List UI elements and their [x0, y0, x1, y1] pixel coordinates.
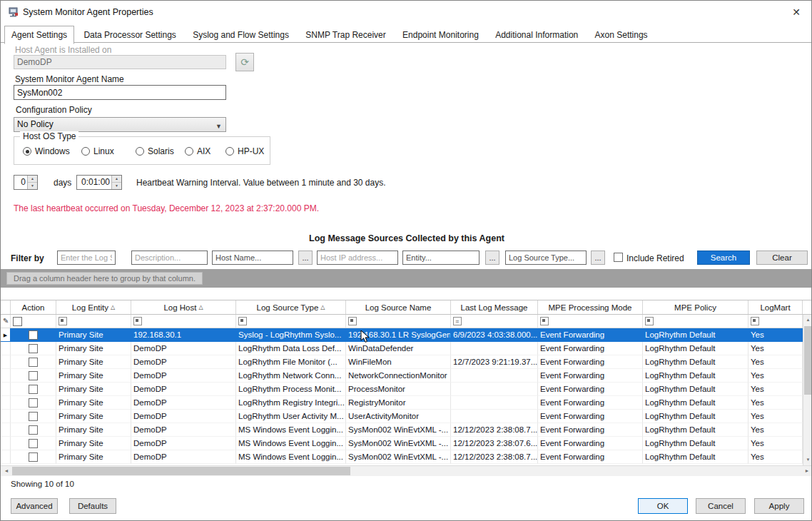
row-checkbox[interactable]: [29, 398, 38, 408]
radio-aix[interactable]: AIX: [185, 146, 210, 156]
filter-cell[interactable]: [346, 315, 451, 328]
group-by-bar[interactable]: Drag a column header here to group by th…: [1, 269, 812, 288]
row-checkbox[interactable]: [29, 425, 38, 435]
spin-up-icon[interactable]: ▲: [112, 176, 121, 183]
row-checkbox[interactable]: [29, 439, 38, 448]
days-spinner[interactable]: 0 ▲▼: [14, 175, 38, 190]
row-checkbox[interactable]: [29, 344, 38, 353]
filter-cell[interactable]: [643, 315, 748, 328]
filter-cell[interactable]: [236, 315, 346, 328]
tab-axon-settings[interactable]: Axon Settings: [588, 27, 655, 42]
table-row[interactable]: Primary SiteDemoDPMS Windows Event Loggi…: [1, 450, 803, 464]
description-filter-input[interactable]: [131, 251, 208, 265]
entity-filter-input[interactable]: [402, 251, 479, 265]
row-indicator-header: [1, 300, 11, 314]
apply-button[interactable]: Apply: [754, 498, 804, 514]
radio-hpux[interactable]: HP-UX: [225, 146, 264, 156]
tab-data-processor-settings[interactable]: Data Processor Settings: [76, 27, 183, 42]
filter-cell[interactable]: [748, 315, 803, 328]
column-header-last-log-message[interactable]: Last Log Message: [451, 300, 538, 314]
host-name-filter-input[interactable]: [212, 251, 293, 265]
table-row[interactable]: Primary SiteDemoDPLogRhythm Process Moni…: [1, 383, 803, 396]
filter-cell[interactable]: [131, 315, 236, 328]
filter-icon[interactable]: [238, 317, 247, 325]
row-checkbox[interactable]: [29, 452, 38, 462]
column-header-action[interactable]: Action: [11, 300, 56, 314]
column-header-label: Log Host: [163, 303, 196, 312]
filter-icon[interactable]: [348, 317, 357, 325]
interval-spinner[interactable]: 0:01:00 ▲▼: [76, 175, 122, 190]
tab-additional-information[interactable]: Additional Information: [488, 27, 585, 42]
scroll-up-icon[interactable]: ▲: [803, 315, 812, 325]
scroll-right-icon[interactable]: ►: [801, 466, 812, 476]
table-row[interactable]: Primary SiteDemoDPMS Windows Event Loggi…: [1, 437, 803, 450]
filter-icon[interactable]: [751, 317, 759, 325]
tab-snmp-trap-receiver[interactable]: SNMP Trap Receiver: [298, 27, 392, 42]
row-checkbox[interactable]: [29, 385, 38, 394]
defaults-button[interactable]: Defaults: [69, 498, 116, 514]
table-row[interactable]: Primary SiteDemoDPMS Windows Event Loggi…: [1, 423, 803, 437]
entity-browse-button[interactable]: ...: [485, 251, 499, 265]
vertical-scroll-thumb[interactable]: [804, 326, 812, 395]
scroll-down-icon[interactable]: ▼: [803, 455, 812, 465]
log-source-type-browse-button[interactable]: ...: [591, 251, 605, 265]
table-row[interactable]: Primary SiteDemoDPLogRhythm User Activit…: [1, 410, 803, 423]
filter-icon[interactable]: [540, 317, 549, 325]
clear-button[interactable]: Clear: [756, 251, 808, 265]
column-header-label: Log Source Name: [365, 303, 432, 312]
host-agent-action-button[interactable]: ⟳: [235, 53, 254, 71]
column-header-log-source-name[interactable]: Log Source Name: [346, 300, 451, 314]
column-header-log-entity[interactable]: Log Entity△: [56, 300, 131, 314]
radio-windows[interactable]: Windows: [23, 146, 70, 156]
table-row[interactable]: Primary SiteDemoDPLogRhythm Data Loss De…: [1, 342, 803, 355]
radio-linux[interactable]: Linux: [81, 146, 114, 156]
spinner-arrows[interactable]: ▲▼: [111, 176, 121, 189]
include-retired-checkbox[interactable]: [614, 253, 623, 262]
row-checkbox[interactable]: [29, 330, 38, 340]
horizontal-scrollbar[interactable]: ◄ ►: [1, 465, 812, 476]
row-checkbox[interactable]: [29, 371, 38, 380]
search-button[interactable]: Search: [697, 251, 750, 265]
filter-cell[interactable]: [11, 315, 56, 328]
vertical-scrollbar[interactable]: ▲ ▼: [803, 315, 812, 465]
row-checkbox[interactable]: [29, 358, 38, 367]
radio-solaris[interactable]: Solaris: [136, 146, 174, 156]
spinner-arrows[interactable]: ▲▼: [27, 176, 37, 189]
agent-name-input[interactable]: [14, 85, 226, 100]
table-row[interactable]: ▶Primary Site192.168.30.1Syslog - LogRhy…: [1, 328, 803, 342]
select-all-checkbox[interactable]: [13, 317, 22, 326]
ok-button[interactable]: OK: [638, 498, 688, 514]
column-header-mpe-processing-mode[interactable]: MPE Processing Mode: [538, 300, 643, 314]
filter-icon[interactable]: [133, 317, 142, 325]
log-source-type-filter-input[interactable]: [505, 251, 587, 265]
table-row[interactable]: Primary SiteDemoDPLogRhythm Registry Int…: [1, 396, 803, 410]
equals-filter-icon[interactable]: =: [453, 317, 462, 325]
filter-cell[interactable]: [56, 315, 131, 328]
spin-down-icon[interactable]: ▼: [112, 183, 121, 189]
scroll-left-icon[interactable]: ◄: [1, 466, 12, 476]
table-row[interactable]: Primary SiteDemoDPLogRhythm Network Conn…: [1, 369, 803, 383]
log-source-filter-input[interactable]: [57, 251, 116, 265]
column-header-log-host[interactable]: Log Host△: [131, 300, 236, 314]
advanced-button[interactable]: Advanced: [11, 498, 58, 514]
tab-agent-settings[interactable]: Agent Settings: [4, 26, 74, 44]
host-ip-filter-input[interactable]: [317, 251, 398, 265]
spin-down-icon[interactable]: ▼: [28, 183, 37, 189]
tab-syslog-and-flow-settings[interactable]: Syslog and Flow Settings: [186, 27, 296, 42]
host-name-browse-button[interactable]: ...: [298, 251, 313, 265]
cancel-button[interactable]: Cancel: [696, 498, 746, 514]
filter-icon[interactable]: [645, 317, 654, 325]
spin-up-icon[interactable]: ▲: [28, 176, 37, 183]
filter-icon[interactable]: [59, 317, 67, 325]
tab-endpoint-monitoring[interactable]: Endpoint Monitoring: [395, 27, 486, 42]
horizontal-scroll-thumb[interactable]: [12, 467, 350, 475]
filter-cell[interactable]: =: [451, 315, 538, 328]
filter-cell[interactable]: [538, 315, 643, 328]
row-checkbox[interactable]: [29, 412, 38, 421]
config-policy-select[interactable]: No Policy ▼: [14, 117, 226, 132]
column-header-log-source-type[interactable]: Log Source Type△: [236, 300, 346, 314]
table-row[interactable]: Primary SiteDemoDPLogRhythm File Monitor…: [1, 355, 803, 369]
column-header-mpe-policy[interactable]: MPE Policy: [643, 300, 748, 314]
column-header-logmart[interactable]: LogMart: [748, 300, 803, 314]
close-button[interactable]: ✕: [786, 4, 807, 21]
